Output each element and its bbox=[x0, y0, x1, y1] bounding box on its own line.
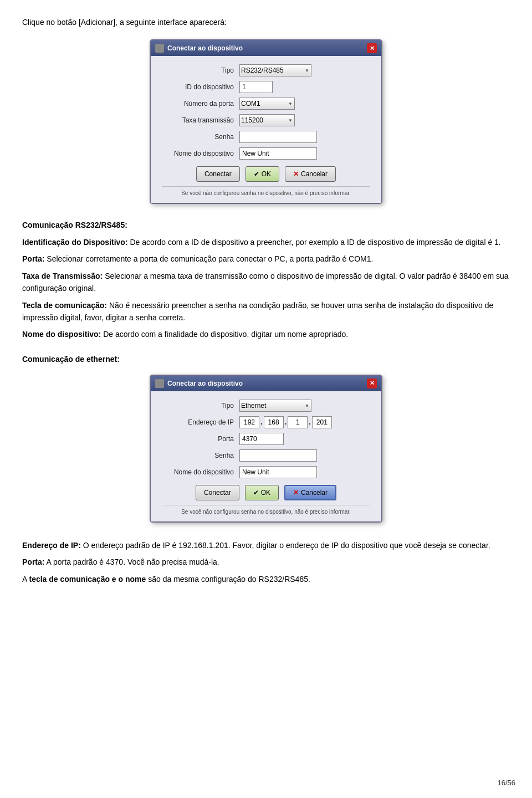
eth-desc-section: Endereço de IP: O endereço padrão de IP … bbox=[22, 539, 510, 585]
dialog2-buttons: Conectar ✔ OK ✕ Cancelar bbox=[162, 485, 370, 500]
dialog2-porta-input[interactable] bbox=[239, 433, 284, 445]
dialog2-note: Se você não configurou senha no disposit… bbox=[162, 505, 370, 515]
rs232-p1: Identificação do Dispositivo: De acordo … bbox=[22, 236, 510, 248]
dialog1-buttons: Conectar ✔ OK ✕ Cancelar bbox=[162, 166, 370, 182]
dialog1: Conectar ao dispositivo ✕ Tipo RS232/RS4… bbox=[150, 39, 382, 204]
dialog2-ip-dot2: . bbox=[285, 418, 287, 426]
rs232-p5: Nome do dispositivo: De acordo com a fin… bbox=[22, 328, 510, 340]
eth-p2-bold: Porta: bbox=[22, 557, 44, 566]
rs232-p3-bold: Taxa de Transmissão: bbox=[22, 272, 103, 280]
dialog2-nome-row: Nome do dispositivo bbox=[162, 466, 370, 478]
dialog1-ok-button[interactable]: ✔ OK bbox=[245, 166, 279, 182]
rs232-p5-rest: De acordo com a finalidade do dispositiv… bbox=[101, 330, 348, 339]
dialog2-ip-label: Endereço de IP bbox=[162, 418, 234, 426]
dialog1-id-input[interactable] bbox=[239, 81, 273, 93]
dialog2-cancelar-label: Cancelar bbox=[301, 489, 328, 497]
dialog1-tipo-label: Tipo bbox=[162, 66, 234, 74]
dialog1-porta-label: Número da porta bbox=[162, 100, 234, 108]
rs232-heading: Comunicação RS232/RS485: bbox=[22, 221, 510, 229]
dialog2-senha-row: Senha bbox=[162, 449, 370, 462]
dialog2-nome-input[interactable] bbox=[239, 466, 317, 478]
rs232-p1-bold: Identificação do Dispositivo: bbox=[22, 238, 128, 247]
dialog2: Conectar ao dispositivo ✕ Tipo Ethernet … bbox=[150, 375, 382, 523]
rs232-p2-rest: Selecionar corretamente a porta de comun… bbox=[44, 254, 373, 263]
dialog1-cancelar-button[interactable]: ✕ Cancelar bbox=[285, 166, 336, 182]
dialog1-titlebar: Conectar ao dispositivo ✕ bbox=[151, 40, 381, 56]
dialog1-porta-select-wrapper[interactable]: COM1 COM2 COM3 bbox=[239, 98, 295, 110]
dialog2-close-button[interactable]: ✕ bbox=[367, 378, 377, 388]
dialog2-title-icon bbox=[155, 379, 164, 388]
dialog2-body: Tipo Ethernet RS232/RS485 Endereço de IP bbox=[151, 391, 381, 521]
dialog2-tipo-label: Tipo bbox=[162, 402, 234, 410]
dialog1-title-icon bbox=[155, 44, 164, 53]
dialog2-ip-row: Endereço de IP . . . bbox=[162, 416, 370, 428]
dialog1-nome-label: Nome do dispositivo bbox=[162, 150, 234, 157]
dialog2-title: Conectar ao dispositivo bbox=[167, 380, 243, 387]
eth-p3: A tecla de comunicação e o nome são da m… bbox=[22, 573, 510, 585]
dialog1-cancelar-label: Cancelar bbox=[301, 170, 328, 178]
eth-p1: Endereço de IP: O endereço padrão de IP … bbox=[22, 539, 510, 551]
dialog2-ip4-input[interactable] bbox=[312, 416, 332, 428]
dialog1-tipo-select[interactable]: RS232/RS485 Ethernet bbox=[239, 64, 311, 76]
dialog1-close-button[interactable]: ✕ bbox=[367, 43, 377, 53]
dialog2-ok-icon: ✔ bbox=[253, 489, 259, 497]
dialog1-porta-select[interactable]: COM1 COM2 COM3 bbox=[239, 98, 295, 110]
eth-p1-bold: Endereço de IP: bbox=[22, 541, 81, 550]
dialog2-ip-dot1: . bbox=[260, 418, 263, 426]
dialog1-id-label: ID do dispositivo bbox=[162, 83, 234, 91]
dialog1-note: Se você não configurou senha no disposit… bbox=[162, 186, 370, 196]
intro-text: Clique no botão [Adicionar], a seguinte … bbox=[22, 17, 510, 28]
eth-p2-rest: A porta padrão é 4370. Você não precisa … bbox=[44, 557, 219, 566]
dialog2-senha-input[interactable] bbox=[239, 449, 317, 462]
dialog1-id-row: ID do dispositivo bbox=[162, 81, 370, 93]
dialog1-nome-input[interactable] bbox=[239, 147, 317, 160]
dialog1-body: Tipo RS232/RS485 Ethernet ID do disposit… bbox=[151, 56, 381, 203]
dialog2-nome-label: Nome do dispositivo bbox=[162, 468, 234, 476]
rs232-p1-rest: De acordo com a ID de dispositivo a pree… bbox=[128, 238, 501, 247]
dialog2-conectar-button[interactable]: Conectar bbox=[196, 485, 239, 500]
rs232-p4-bold: Tecla de comunicação: bbox=[22, 301, 107, 310]
dialog1-taxa-select-wrapper[interactable]: 115200 38400 9600 bbox=[239, 114, 295, 126]
dialog2-container: Conectar ao dispositivo ✕ Tipo Ethernet … bbox=[22, 375, 510, 523]
eth-p3-rest: são da mesma configuração do RS232/RS485… bbox=[146, 575, 310, 584]
dialog2-ok-label: OK bbox=[261, 489, 270, 497]
dialog2-ip-inputs: . . . bbox=[239, 416, 332, 428]
dialog2-ip1-input[interactable] bbox=[239, 416, 259, 428]
dialog2-cancelar-button[interactable]: ✕ Cancelar bbox=[284, 485, 336, 500]
dialog1-senha-input[interactable] bbox=[239, 131, 317, 143]
eth-p1-rest: O endereço padrão de IP é 192.168.1.201.… bbox=[81, 541, 490, 550]
eth-p2: Porta: A porta padrão é 4370. Você não p… bbox=[22, 556, 510, 568]
dialog1-senha-label: Senha bbox=[162, 133, 234, 141]
dialog2-porta-row: Porta bbox=[162, 433, 370, 445]
eth-heading: Comunicação de ethernet: bbox=[22, 355, 510, 364]
dialog2-tipo-select[interactable]: Ethernet RS232/RS485 bbox=[239, 400, 311, 412]
dialog1-ok-label: OK bbox=[262, 170, 271, 178]
dialog2-ip3-input[interactable] bbox=[288, 416, 308, 428]
dialog1-tipo-select-wrapper[interactable]: RS232/RS485 Ethernet bbox=[239, 64, 311, 76]
rs232-p2-bold: Porta: bbox=[22, 254, 44, 263]
dialog1-taxa-select[interactable]: 115200 38400 9600 bbox=[239, 114, 295, 126]
dialog2-tipo-row: Tipo Ethernet RS232/RS485 bbox=[162, 400, 370, 412]
dialog1-cancelar-icon: ✕ bbox=[293, 170, 299, 178]
dialog1-porta-row: Número da porta COM1 COM2 COM3 bbox=[162, 98, 370, 110]
dialog2-senha-label: Senha bbox=[162, 452, 234, 459]
rs232-p3: Taxa de Transmissão: Selecionar a mesma … bbox=[22, 270, 510, 295]
dialog2-tipo-select-wrapper[interactable]: Ethernet RS232/RS485 bbox=[239, 400, 311, 412]
eth-p3-pre: A bbox=[22, 575, 29, 584]
dialog1-tipo-row: Tipo RS232/RS485 Ethernet bbox=[162, 64, 370, 76]
dialog2-cancelar-icon: ✕ bbox=[293, 489, 299, 497]
dialog2-titlebar: Conectar ao dispositivo ✕ bbox=[151, 376, 381, 391]
rs232-p2: Porta: Selecionar corretamente a porta d… bbox=[22, 253, 510, 265]
dialog2-ip-dot3: . bbox=[309, 418, 311, 426]
eth-section: Comunicação de ethernet: bbox=[22, 355, 510, 364]
dialog1-senha-row: Senha bbox=[162, 131, 370, 143]
dialog2-ok-button[interactable]: ✔ OK bbox=[245, 485, 279, 500]
dialog1-conectar-button[interactable]: Conectar bbox=[196, 166, 240, 182]
dialog1-taxa-row: Taxa transmissão 115200 38400 9600 bbox=[162, 114, 370, 126]
dialog1-taxa-label: Taxa transmissão bbox=[162, 116, 234, 124]
dialog1-ok-icon: ✔ bbox=[254, 170, 259, 178]
dialog1-title: Conectar ao dispositivo bbox=[167, 44, 243, 52]
dialog2-ip2-input[interactable] bbox=[264, 416, 284, 428]
dialog1-container: Conectar ao dispositivo ✕ Tipo RS232/RS4… bbox=[22, 39, 510, 204]
rs232-p4: Tecla de comunicação: Não é necessário p… bbox=[22, 299, 510, 324]
